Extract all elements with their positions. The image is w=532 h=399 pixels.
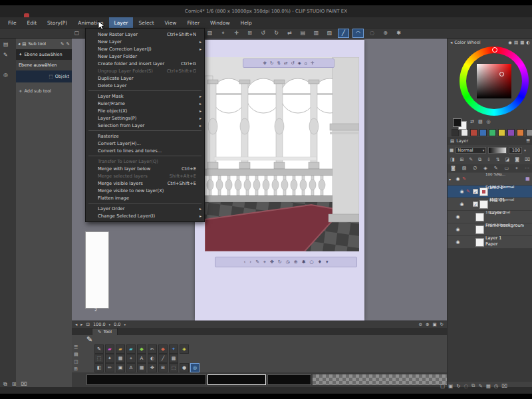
swatch-chip[interactable] <box>461 129 468 136</box>
zoom-icon[interactable]: ⊕ <box>294 259 298 265</box>
swatch-chip[interactable] <box>526 129 532 136</box>
opacity-slider[interactable] <box>488 147 507 154</box>
menu-item[interactable]: Story(P) <box>42 17 72 28</box>
ruler-tool-icon[interactable]: ⌖ <box>126 354 136 363</box>
layer-menu-item[interactable]: Create folder and insert layer Ctrl+G <box>86 60 204 67</box>
layer-menu-item[interactable]: Flatten image <box>86 194 204 201</box>
zoom-out-icon[interactable]: ⊖ <box>418 322 422 327</box>
mask-icon[interactable]: ◙ <box>515 157 519 162</box>
balloon-tool-icon[interactable]: ◐ <box>148 354 157 363</box>
visibility-eye-icon[interactable] <box>455 214 461 219</box>
tool-grid-icon[interactable]: ⊞ <box>74 366 78 372</box>
timeline-clip[interactable] <box>267 374 311 385</box>
sync-icon[interactable]: ↻ <box>456 383 460 389</box>
scroll-right-icon[interactable]: ▸ <box>80 322 82 327</box>
menu-item[interactable]: File <box>3 17 22 28</box>
color-set-tab-icon[interactable]: ▦ <box>520 40 524 45</box>
fill-icon[interactable]: ▣ <box>116 363 125 372</box>
swatch-chip[interactable] <box>489 129 496 136</box>
layer-menu-item[interactable]: Delete Layer <box>86 82 204 89</box>
zoom-icon[interactable]: ⊕ <box>380 29 390 37</box>
text-icon[interactable]: A <box>126 363 136 372</box>
scroll-left-icon[interactable]: ◂ <box>75 322 77 327</box>
pen-icon[interactable]: ✎ <box>61 41 64 47</box>
tool-list-icon[interactable]: ☰ <box>74 344 78 350</box>
object-scale-icon[interactable]: ◈ <box>298 61 301 66</box>
visibility-eye-icon[interactable] <box>455 176 461 182</box>
menu-item[interactable]: View <box>160 17 182 28</box>
layer-menu-item[interactable]: File object(X) <box>86 107 204 114</box>
grid-icon[interactable]: ▤ <box>298 29 308 37</box>
zoom-tool-icon[interactable]: ◎ <box>3 72 8 78</box>
add-icon[interactable]: ⊞ <box>12 381 17 390</box>
swatch-chip[interactable] <box>470 129 477 136</box>
tool-panel-icon[interactable]: ◫ <box>74 359 78 364</box>
expand-selection-icon[interactable]: ▧ <box>205 29 215 37</box>
rotate-right-icon[interactable]: ↻ <box>271 29 281 37</box>
visibility-eye-icon[interactable] <box>455 239 461 245</box>
layer-menu-item[interactable]: Merge visible layers Ctrl+Shift+E <box>86 180 204 187</box>
saturation-value-box[interactable] <box>477 64 511 98</box>
line-tool-icon[interactable]: ╱ <box>158 354 168 363</box>
new-folder-icon[interactable]: ⧉ <box>478 157 481 162</box>
auto-select-tool-icon[interactable]: ✦ <box>105 354 114 363</box>
color-wheel[interactable] <box>460 47 529 116</box>
visibility-eye-icon[interactable] <box>459 201 465 207</box>
layer-menu-item[interactable]: New Layer Folder <box>86 53 204 60</box>
add-subtool-button[interactable]: + Add sub tool <box>16 86 72 96</box>
marker-tool-icon[interactable]: ▰ <box>105 344 114 354</box>
grid-icon[interactable]: ⊞ <box>158 363 168 372</box>
curve-tool-icon[interactable]: ◠ <box>352 29 364 38</box>
layer-menu-item[interactable]: Rasterize <box>86 132 204 140</box>
tool-settings-icon[interactable]: ✛ <box>311 61 314 66</box>
more-icon[interactable]: ▾ <box>326 259 329 265</box>
edit-icon[interactable]: ✎ <box>255 259 259 265</box>
camera-rotate-icon[interactable]: ↻ <box>270 61 273 66</box>
swatch-chip[interactable] <box>498 129 505 136</box>
layer-checkbox[interactable] <box>473 189 478 194</box>
transparent-color-icon[interactable]: ▨ <box>478 119 483 124</box>
frame-border-tool-icon[interactable]: ▦ <box>116 354 125 363</box>
pen-tool-icon[interactable]: ✎ <box>94 344 104 354</box>
eyedropper-icon[interactable]: ◎ <box>487 119 491 124</box>
zoom-caret-icon[interactable] <box>109 322 111 327</box>
timeline-clip-active[interactable] <box>207 374 266 385</box>
layer-checkbox[interactable] <box>473 201 478 207</box>
swatch-chip[interactable] <box>507 129 515 136</box>
snap-ruler-icon[interactable]: ⌖ <box>218 29 228 37</box>
move-icon[interactable]: ✥ <box>270 259 274 265</box>
trash-icon[interactable]: ⌧ <box>21 381 27 390</box>
layer-menu-item[interactable]: Ruler/Frame <box>86 100 204 107</box>
layer-menu-item[interactable]: Layer Mask <box>86 92 204 100</box>
eyedropper-icon[interactable]: ● <box>180 363 189 372</box>
rotation-caret-icon[interactable] <box>124 322 126 327</box>
fill-tool-icon[interactable]: ✦ <box>169 344 178 354</box>
tone-icon[interactable]: ▦ <box>137 363 146 372</box>
tool-tile-icon[interactable]: ▤ <box>74 352 78 357</box>
subtool-group-item[interactable]: ✦ Ebene auswählen <box>16 49 72 60</box>
layer-menu-item[interactable]: Change Selected Layer(I) <box>86 212 204 219</box>
visibility-eye-icon[interactable] <box>459 189 465 194</box>
lock-layer-icon[interactable]: ◙ <box>451 166 456 171</box>
delete-layer-icon[interactable]: ⌧ <box>525 157 530 162</box>
lock-transparent-icon[interactable]: ▨ <box>462 166 467 171</box>
timeline-empty-track[interactable] <box>313 374 447 385</box>
mic-icon[interactable]: ♦ <box>318 259 322 265</box>
new-vector-layer-icon[interactable]: ✎ <box>469 157 473 162</box>
layer-menu-item[interactable]: Selection from Layer <box>86 122 204 129</box>
new-canvas-icon[interactable]: ▢ <box>72 29 82 37</box>
transfer-down-icon[interactable]: ⇩ <box>487 157 491 162</box>
camera-pan-icon[interactable]: ✥ <box>263 61 267 66</box>
lasso-icon[interactable]: ◌ <box>367 29 377 37</box>
eraser-tool-icon[interactable]: ✂ <box>148 344 157 354</box>
swatch-chip[interactable] <box>452 129 459 136</box>
camera-dolly-icon[interactable]: ⇅ <box>277 61 280 66</box>
approx-color-tab-icon[interactable]: ◐ <box>526 40 530 45</box>
reset-view-icon[interactable]: ⌂ <box>305 61 307 66</box>
layer-menu-item[interactable]: Merge visible to new layer(X) <box>86 187 204 194</box>
object-move-icon[interactable]: ⇄ <box>284 61 287 66</box>
save-status-icon[interactable]: ▣ <box>448 383 453 389</box>
snap-perspective-icon[interactable]: ✛ <box>231 29 241 37</box>
panel-grid-icon[interactable]: ▤ <box>3 41 9 47</box>
fit-window-icon[interactable]: ⊡ <box>86 322 90 327</box>
